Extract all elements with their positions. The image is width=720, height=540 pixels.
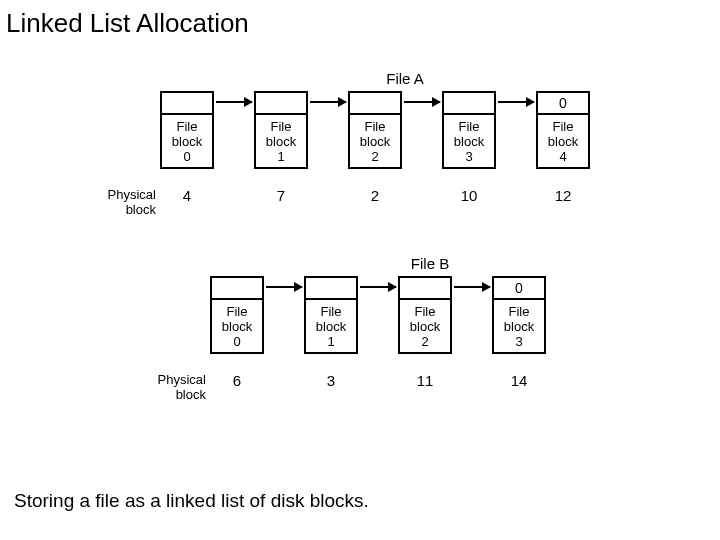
file-b-section: File B Fileblock0 Fileblock1 Fileblock2 … [90,255,650,412]
file-a-block-2: Fileblock2 [348,91,402,169]
phys-num: 2 [348,187,402,204]
phys-num: 12 [536,187,590,204]
file-b-block-2: Fileblock2 [398,276,452,354]
file-b-block-3: 0 Fileblock3 [492,276,546,354]
arrow-icon [404,101,440,103]
physical-block-label: Physicalblock [134,372,206,402]
page-title: Linked List Allocation [6,8,249,39]
file-a-block-0: Fileblock0 [160,91,214,169]
block-body: Fileblock3 [444,115,494,164]
caption-text: Storing a file as a linked list of disk … [14,490,369,512]
block-body: Fileblock2 [400,300,450,349]
ptr-cell [256,93,306,115]
ptr-cell [306,278,356,300]
block-body: Fileblock3 [494,300,544,349]
block-body: Fileblock2 [350,115,400,164]
phys-num: 3 [304,372,358,389]
file-b-label: File B [210,255,650,272]
file-a-chain: Fileblock0 Fileblock1 Fileblock2 Fileblo… [160,91,650,181]
arrow-icon [216,101,252,103]
arrow-icon [360,286,396,288]
ptr-cell [400,278,450,300]
arrow-icon [454,286,490,288]
phys-num: 14 [492,372,546,389]
ptr-cell [162,93,212,115]
ptr-cell [350,93,400,115]
file-a-label: File A [160,70,650,87]
phys-num: 11 [398,372,452,389]
phys-num: 4 [160,187,214,204]
phys-num: 7 [254,187,308,204]
diagram-container: File A Fileblock0 Fileblock1 Fileblock2 … [90,70,650,412]
arrow-icon [498,101,534,103]
block-body: Fileblock0 [212,300,262,349]
phys-num: 10 [442,187,496,204]
ptr-cell [444,93,494,115]
phys-num: 6 [210,372,264,389]
block-body: Fileblock0 [162,115,212,164]
physical-block-label: Physicalblock [84,187,156,217]
file-a-block-1: Fileblock1 [254,91,308,169]
ptr-cell: 0 [538,93,588,115]
block-body: Fileblock1 [306,300,356,349]
file-a-physical-row: Physicalblock 4 7 2 10 12 [90,187,650,227]
file-a-block-4: 0 Fileblock4 [536,91,590,169]
arrow-icon [266,286,302,288]
arrow-icon [310,101,346,103]
block-body: Fileblock4 [538,115,588,164]
file-b-block-1: Fileblock1 [304,276,358,354]
file-b-chain: Fileblock0 Fileblock1 Fileblock2 0 Fileb… [210,276,650,366]
file-b-block-0: Fileblock0 [210,276,264,354]
file-b-physical-row: Physicalblock 6 3 11 14 [90,372,650,412]
file-a-block-3: Fileblock3 [442,91,496,169]
block-body: Fileblock1 [256,115,306,164]
ptr-cell: 0 [494,278,544,300]
ptr-cell [212,278,262,300]
